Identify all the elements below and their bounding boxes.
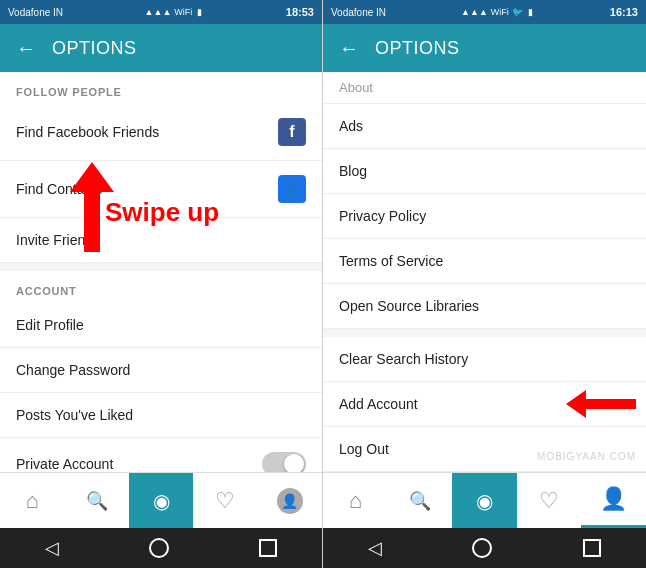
posts-liked-label: Posts You've Liked <box>16 407 133 423</box>
right-android-nav: ◁ <box>323 528 646 568</box>
left-carrier: Vodafone IN <box>8 7 63 18</box>
menu-item-privacy-policy[interactable]: Privacy Policy <box>323 194 646 239</box>
left-time: 18:53 <box>286 6 314 18</box>
arrow-head-icon <box>566 390 586 418</box>
android-back-icon[interactable]: ◁ <box>45 537 59 559</box>
profile-icon-right: 👤 <box>600 486 627 512</box>
heart-icon-right: ♡ <box>539 488 559 514</box>
right-section-divider <box>323 329 646 337</box>
camera-icon-right: ◉ <box>476 489 493 513</box>
menu-item-edit-profile[interactable]: Edit Profile <box>0 303 322 348</box>
left-android-nav: ◁ <box>0 528 322 568</box>
android-back-icon-right[interactable]: ◁ <box>368 537 382 559</box>
menu-item-opensource[interactable]: Open Source Libraries <box>323 284 646 329</box>
left-back-button[interactable]: ← <box>16 37 36 60</box>
section-divider <box>0 263 322 271</box>
terms-label: Terms of Service <box>339 253 443 269</box>
left-header-title: OPTIONS <box>52 38 137 59</box>
change-password-label: Change Password <box>16 362 130 378</box>
menu-item-contacts[interactable]: Find Contacts 👤 <box>0 161 322 218</box>
left-battery-icon: ▮ <box>197 7 202 17</box>
right-status-bar: Vodafone IN ▲▲▲ WiFi 🐦 ▮ 16:13 <box>323 0 646 24</box>
home-icon: ⌂ <box>26 488 39 514</box>
right-signal-icon: ▲▲▲ <box>461 7 488 17</box>
right-header-title: OPTIONS <box>375 38 460 59</box>
watermark: MOBIGYAAN.COM <box>537 451 636 462</box>
nav-home-right[interactable]: ⌂ <box>323 473 388 528</box>
menu-item-posts-liked[interactable]: Posts You've Liked <box>0 393 322 438</box>
nav-heart-left[interactable]: ♡ <box>193 473 257 528</box>
right-panel: Vodafone IN ▲▲▲ WiFi 🐦 ▮ 16:13 ← OPTIONS… <box>323 0 646 568</box>
arrow-shaft-icon <box>586 399 636 409</box>
nav-search-right[interactable]: 🔍 <box>388 473 453 528</box>
invite-label: Invite Friends <box>16 232 100 248</box>
heart-icon: ♡ <box>215 488 235 514</box>
privacy-policy-label: Privacy Policy <box>339 208 426 224</box>
nav-profile-right[interactable]: 👤 <box>581 473 646 528</box>
left-content: FOLLOW PEOPLE Find Facebook Friends f Fi… <box>0 72 322 472</box>
home-icon-right: ⌂ <box>349 488 362 514</box>
nav-search-left[interactable]: 🔍 <box>64 473 128 528</box>
avatar-icon: 👤 <box>277 488 303 514</box>
menu-item-ads[interactable]: Ads <box>323 104 646 149</box>
menu-item-add-account[interactable]: Add Account <box>323 382 646 427</box>
ads-label: Ads <box>339 118 363 134</box>
right-status-icons: ▲▲▲ WiFi 🐦 ▮ <box>461 7 535 17</box>
menu-item-terms[interactable]: Terms of Service <box>323 239 646 284</box>
right-twitter-icon: 🐦 <box>512 7 523 17</box>
menu-item-change-password[interactable]: Change Password <box>0 348 322 393</box>
left-status-icons: ▲▲▲ WiFi ▮ <box>145 7 205 17</box>
right-time: 16:13 <box>610 6 638 18</box>
contacts-icon: 👤 <box>278 175 306 203</box>
fb-friends-label: Find Facebook Friends <box>16 124 159 140</box>
right-wifi-icon: WiFi <box>491 7 509 17</box>
opensource-label: Open Source Libraries <box>339 298 479 314</box>
camera-icon: ◉ <box>153 489 170 513</box>
left-status-bar: Vodafone IN ▲▲▲ WiFi ▮ 18:53 <box>0 0 322 24</box>
clear-search-label: Clear Search History <box>339 351 468 367</box>
private-account-label: Private Account <box>16 456 113 472</box>
android-recents-icon[interactable] <box>259 539 277 557</box>
left-header: ← OPTIONS <box>0 24 322 72</box>
android-home-icon[interactable] <box>149 538 169 558</box>
right-battery-icon: ▮ <box>528 7 533 17</box>
section-account: ACCOUNT <box>0 271 322 303</box>
add-account-label: Add Account <box>339 396 418 412</box>
nav-camera-left[interactable]: ◉ <box>129 473 193 528</box>
menu-item-blog[interactable]: Blog <box>323 149 646 194</box>
section-follow-people: FOLLOW PEOPLE <box>0 72 322 104</box>
left-panel: Vodafone IN ▲▲▲ WiFi ▮ 18:53 ← OPTIONS F… <box>0 0 323 568</box>
menu-item-logout[interactable]: Log Out <box>323 427 646 472</box>
about-label: About <box>339 80 373 95</box>
right-back-button[interactable]: ← <box>339 37 359 60</box>
menu-item-clear-search[interactable]: Clear Search History <box>323 337 646 382</box>
left-signal-icon: ▲▲▲ <box>145 7 172 17</box>
right-header: ← OPTIONS <box>323 24 646 72</box>
right-carrier: Vodafone IN <box>331 7 386 18</box>
menu-item-about[interactable]: About <box>323 72 646 104</box>
right-bottom-nav: ⌂ 🔍 ◉ ♡ 👤 <box>323 472 646 528</box>
search-icon: 🔍 <box>86 490 108 512</box>
blog-label: Blog <box>339 163 367 179</box>
menu-item-private-account[interactable]: Private Account <box>0 438 322 472</box>
edit-profile-label: Edit Profile <box>16 317 84 333</box>
private-account-toggle[interactable] <box>262 452 306 472</box>
android-recents-icon-right[interactable] <box>583 539 601 557</box>
facebook-icon: f <box>278 118 306 146</box>
nav-heart-right[interactable]: ♡ <box>517 473 582 528</box>
right-content: About Ads Blog Privacy Policy Terms of S… <box>323 72 646 472</box>
search-icon-right: 🔍 <box>409 490 431 512</box>
add-account-arrow <box>566 390 636 418</box>
contacts-label: Find Contacts <box>16 181 102 197</box>
menu-item-invite[interactable]: Invite Friends <box>0 218 322 263</box>
left-wifi-icon: WiFi <box>174 7 192 17</box>
nav-camera-right[interactable]: ◉ <box>452 473 517 528</box>
nav-profile-left[interactable]: 👤 <box>258 473 322 528</box>
logout-label: Log Out <box>339 441 389 457</box>
nav-home-left[interactable]: ⌂ <box>0 473 64 528</box>
menu-item-fb-friends[interactable]: Find Facebook Friends f <box>0 104 322 161</box>
android-home-icon-right[interactable] <box>472 538 492 558</box>
left-bottom-nav: ⌂ 🔍 ◉ ♡ 👤 <box>0 472 322 528</box>
